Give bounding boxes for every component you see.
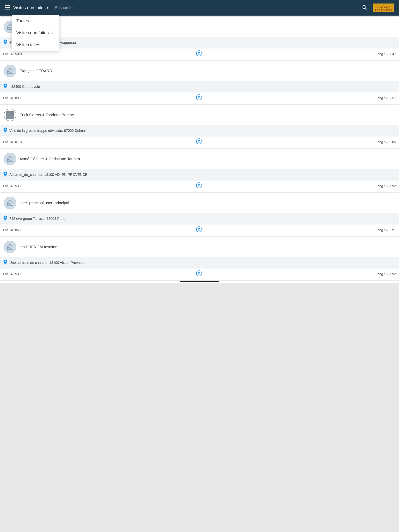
visit-avatar: [4, 153, 16, 165]
svg-rect-13: [8, 71, 9, 72]
visit-address: Adresse_du_chantier, 13100 AIX-EN-PROVEN…: [9, 173, 386, 177]
svg-point-46: [199, 273, 200, 274]
svg-point-39: [199, 229, 200, 230]
address-row: , 92400 Courbevoie ⋮: [0, 81, 399, 93]
more-options-button[interactable]: ⋮: [388, 215, 396, 222]
visit-avatar: [4, 197, 16, 209]
dropdown-item-toutes-label: Toutes: [16, 18, 29, 23]
latitude-value: Lat : 48.8635: [3, 228, 22, 232]
visit-address: Voie de la grosse frappe dévissée, 67000…: [9, 129, 386, 133]
coordinates-row: Lat : 43.5011 Long : 5.3847: [0, 49, 399, 60]
dropdown-item-non-faites-label: Visites non faites: [16, 30, 49, 35]
visit-address: 67500 Rue Binsenbruch, 67500 Haguenau: [9, 41, 386, 45]
coordinates-row: Lat : 48.0794 Long : 7.3585: [0, 137, 399, 148]
gps-target-icon[interactable]: [196, 271, 202, 278]
location-pin-icon: [3, 171, 7, 178]
svg-rect-42: [11, 247, 12, 248]
svg-rect-6: [8, 27, 9, 28]
more-options-button[interactable]: ⋮: [388, 171, 396, 178]
svg-rect-28: [11, 159, 12, 160]
longitude-value: Long : 7.3585: [376, 140, 396, 144]
gps-target-icon[interactable]: [196, 51, 202, 58]
visit-card: / JEANSELME 67500 Rue Binsenbruch, 67500…: [0, 17, 399, 60]
visit-name: user_principal user_principal: [19, 201, 69, 205]
visit-address: Une adresse de chantier, 13100 Aix en Pr…: [9, 261, 386, 265]
svg-rect-1: [5, 7, 10, 8]
search-icon[interactable]: [362, 5, 367, 11]
svg-rect-0: [5, 5, 10, 6]
home-indicator: [180, 281, 219, 282]
svg-rect-14: [11, 71, 12, 72]
search-input[interactable]: [53, 5, 362, 11]
svg-rect-41: [8, 247, 9, 248]
location-pin-icon: [3, 215, 7, 222]
svg-point-15: [5, 85, 6, 86]
header: Visites non faites ▾ maison En PROVENCE: [0, 0, 399, 16]
dropdown-arrow-icon: ▾: [47, 6, 49, 10]
visit-avatar: [4, 241, 16, 253]
svg-point-43: [5, 261, 6, 262]
visit-card-header: testPRENOM testNom: [0, 237, 399, 257]
coordinates-row: Lat : 48.8635 Long : 2.3591: [0, 225, 399, 236]
location-pin-icon: [3, 39, 7, 46]
visit-name: testPRENOM testNom: [19, 245, 58, 249]
gps-target-icon[interactable]: [196, 183, 202, 190]
svg-rect-12: [10, 72, 11, 74]
address-row: 67500 Rue Binsenbruch, 67500 Haguenau ⋮: [0, 37, 399, 49]
latitude-value: Lat : 48.0794: [3, 140, 22, 144]
more-options-button[interactable]: ⋮: [388, 83, 396, 90]
svg-point-25: [199, 141, 200, 142]
dropdown-item-faites[interactable]: Visites faites: [12, 39, 59, 51]
longitude-value: Long : 2.2357: [376, 96, 396, 100]
more-options-button[interactable]: ⋮: [388, 39, 396, 46]
location-pin-icon: [3, 127, 7, 134]
longitude-value: Long : 5.3847: [376, 52, 396, 56]
svg-rect-27: [8, 159, 9, 160]
gps-target-icon[interactable]: [196, 95, 202, 102]
gps-target-icon[interactable]: [196, 227, 202, 234]
longitude-value: Long : 2.3591: [376, 228, 396, 232]
visit-card-header: user_principal user_principal: [0, 193, 399, 213]
logo-subtext: En PROVENCE: [375, 9, 392, 11]
longitude-value: Long : 5.5092: [376, 272, 396, 276]
visit-name: Aymé Césaire & Christiane Taubira: [19, 157, 80, 161]
visit-name: François GERARD: [19, 69, 52, 73]
filter-dropdown: Toutes Visites non faites ✓ Visites fait…: [12, 15, 59, 51]
brand-logo: maison En PROVENCE: [373, 4, 394, 12]
visit-avatar: [4, 65, 16, 77]
svg-point-3: [363, 5, 366, 8]
coordinates-row: Lat : 43.5338 Long : 5.5092: [0, 269, 399, 280]
more-options-button[interactable]: ⋮: [388, 127, 396, 134]
dropdown-item-toutes[interactable]: Toutes: [12, 15, 59, 27]
checkmark-icon: ✓: [51, 30, 55, 35]
address-row: Voie de la grosse frappe dévissée, 67000…: [0, 125, 399, 137]
title-dropdown-button[interactable]: Visites non faites ▾: [13, 5, 49, 10]
visit-avatar: [4, 109, 16, 121]
location-pin-icon: [3, 83, 7, 90]
svg-point-22: [5, 129, 6, 130]
svg-rect-40: [10, 248, 11, 250]
latitude-value: Lat : 43.5338: [3, 184, 22, 188]
svg-point-36: [5, 217, 6, 218]
visit-name: Erick Gerets & Toadette Bertine: [19, 113, 74, 117]
visit-card-header: / JEANSELME: [0, 17, 399, 37]
visit-address: 742 evergreen Terrace, 75003 Paris: [9, 217, 386, 221]
gps-target-icon[interactable]: [196, 139, 202, 146]
menu-icon[interactable]: [5, 5, 10, 11]
dropdown-item-non-faites[interactable]: Visites non faites ✓: [12, 27, 59, 39]
visit-card-header: Aymé Césaire & Christiane Taubira: [0, 149, 399, 169]
logo-text: maison En PROVENCE: [375, 5, 392, 11]
coordinates-row: Lat : 48.8989 Long : 2.2357: [0, 93, 399, 104]
address-row: Adresse_du_chantier, 13100 AIX-EN-PROVEN…: [0, 169, 399, 181]
more-options-button[interactable]: ⋮: [388, 259, 396, 266]
longitude-value: Long : 5.5092: [376, 184, 396, 188]
svg-rect-33: [10, 204, 11, 206]
address-row: Une adresse de chantier, 13100 Aix en Pr…: [0, 257, 399, 269]
svg-point-11: [199, 53, 200, 54]
visit-list: / JEANSELME 67500 Rue Binsenbruch, 67500…: [0, 17, 399, 280]
svg-rect-35: [11, 203, 12, 204]
latitude-value: Lat : 43.5011: [3, 52, 22, 56]
svg-point-29: [5, 173, 6, 174]
latitude-value: Lat : 43.5338: [3, 272, 22, 276]
latitude-value: Lat : 48.8989: [3, 96, 22, 100]
